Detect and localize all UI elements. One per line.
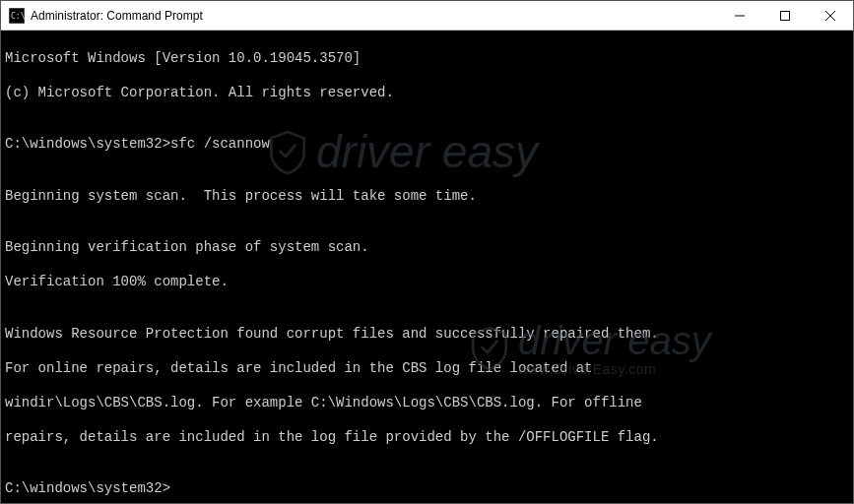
output-line: For online repairs, details are included… [5,360,849,378]
close-button[interactable] [808,1,853,30]
output-line: Beginning system scan. This process will… [5,188,849,206]
output-line: windir\Logs\CBS\CBS.log. For example C:\… [5,395,849,412]
window-titlebar[interactable]: C:\ Administrator: Command Prompt [1,1,853,31]
output-line: Windows Resource Protection found corrup… [5,326,849,344]
output-line: repairs, details are included in the log… [5,429,849,447]
watermark: driver easy [267,124,538,181]
output-line: Microsoft Windows [Version 10.0.19045.35… [5,50,849,68]
prompt-line: C:\windows\system32>sfc /scannow [5,136,849,154]
window-controls [717,1,853,30]
svg-rect-3 [781,11,790,20]
command-prompt-icon: C:\ [9,8,25,24]
maximize-button[interactable] [762,1,808,30]
terminal-output[interactable]: Microsoft Windows [Version 10.0.19045.35… [1,31,853,503]
output-line: Beginning verification phase of system s… [5,239,849,257]
prompt-path: C:\windows\system32> [5,480,170,496]
cursor-icon [170,482,178,496]
command-text: sfc /scannow [170,136,270,152]
output-line: Verification 100% complete. [5,274,849,291]
window-title: Administrator: Command Prompt [31,9,717,23]
svg-text:C:\: C:\ [11,12,25,21]
minimize-button[interactable] [717,1,762,30]
prompt-line: C:\windows\system32> [5,480,849,498]
watermark-text: driver easy [316,124,538,181]
output-line: (c) Microsoft Corporation. All rights re… [5,85,849,102]
prompt-path: C:\windows\system32> [5,136,170,152]
